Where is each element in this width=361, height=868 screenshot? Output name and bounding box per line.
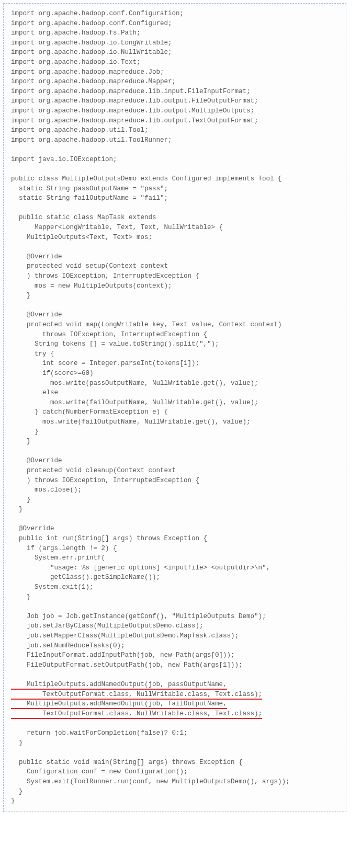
- code-container: import org.apache.hadoop.conf.Configurat…: [3, 3, 346, 812]
- run-method-top: @Override public int run(String[] args) …: [11, 525, 270, 668]
- map-method: @Override protected void map(LongWritabl…: [11, 311, 282, 445]
- static-fields: static String passOutputName = "pass"; s…: [11, 185, 168, 202]
- code-listing: import org.apache.hadoop.conf.Configurat…: [11, 9, 339, 806]
- main-method: public static void main(String[] args) t…: [11, 759, 290, 805]
- highlighted-line-2: TextOutputFormat.class, NullWritable.cla…: [11, 691, 262, 700]
- setup-method: @Override protected void setup(Context c…: [11, 253, 199, 299]
- run-method-bottom: return job.waitForCompletion(false)? 0:1…: [11, 729, 188, 747]
- imports-block: import org.apache.hadoop.conf.Configurat…: [11, 10, 258, 163]
- highlighted-line-1: MultipleOutputs.addNamedOutput(job, pass…: [11, 681, 227, 690]
- highlighted-line-4: TextOutputFormat.class, NullWritable.cla…: [11, 710, 262, 719]
- inner-class-open: public static class MapTask extends Mapp…: [11, 214, 223, 241]
- class-declaration: public class MultipleOutputsDemo extends…: [11, 175, 282, 182]
- cleanup-method: @Override protected void cleanup(Context…: [11, 457, 199, 513]
- highlighted-line-3: MultipleOutputs.addNamedOutput(job, fail…: [11, 700, 227, 709]
